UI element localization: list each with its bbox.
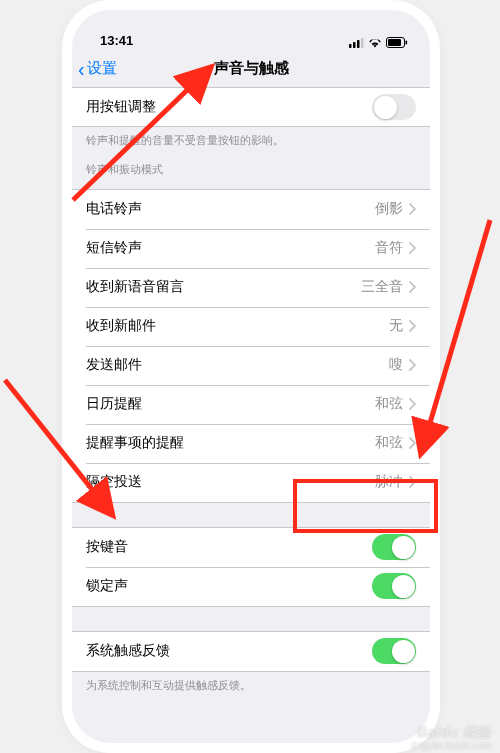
row-label: 提醒事项的提醒 [86, 434, 375, 452]
toggle-lock-sound[interactable] [372, 573, 416, 599]
row-sent-mail[interactable]: 发送邮件 嗖 [72, 346, 430, 385]
row-value: 脉冲 [375, 473, 403, 491]
toggle-adjust-with-buttons[interactable] [372, 94, 416, 120]
chevron-right-icon [409, 359, 416, 371]
row-label: 收到新邮件 [86, 317, 389, 335]
row-adjust-with-buttons[interactable]: 用按钮调整 [72, 88, 430, 127]
nav-bar: ‹ 设置 声音与触感 [72, 50, 430, 88]
watermark-brand: Baidu 经验 [411, 725, 492, 740]
row-lock-sound[interactable]: 锁定声 [72, 567, 430, 606]
group-sounds: 电话铃声 倒影 短信铃声 音符 收到新语音留言 三全音 收到新邮件 无 发送邮件 [72, 189, 430, 503]
row-keyboard-clicks[interactable]: 按键音 [72, 528, 430, 567]
svg-rect-6 [406, 41, 408, 45]
row-reminder[interactable]: 提醒事项的提醒 和弦 [72, 424, 430, 463]
status-indicators [349, 37, 408, 48]
chevron-right-icon [409, 476, 416, 488]
row-value: 和弦 [375, 395, 403, 413]
row-label: 隔空投送 [86, 473, 375, 491]
chevron-right-icon [409, 320, 416, 332]
row-value: 音符 [375, 239, 403, 257]
row-label: 日历提醒 [86, 395, 375, 413]
row-label: 系统触感反馈 [86, 642, 372, 660]
row-calendar[interactable]: 日历提醒 和弦 [72, 385, 430, 424]
row-value: 和弦 [375, 434, 403, 452]
watermark: Baidu 经验 jingyan.baidu.com [411, 725, 492, 751]
row-label: 电话铃声 [86, 200, 375, 218]
row-text-tone[interactable]: 短信铃声 音符 [72, 229, 430, 268]
svg-rect-1 [353, 42, 356, 48]
row-label: 短信铃声 [86, 239, 375, 257]
status-time: 13:41 [100, 33, 133, 48]
row-ringtone[interactable]: 电话铃声 倒影 [72, 190, 430, 229]
chevron-right-icon [409, 242, 416, 254]
toggle-system-haptics[interactable] [372, 638, 416, 664]
chevron-right-icon [409, 398, 416, 410]
chevron-right-icon [409, 281, 416, 293]
row-label: 锁定声 [86, 577, 372, 595]
row-voicemail[interactable]: 收到新语音留言 三全音 [72, 268, 430, 307]
back-label: 设置 [87, 59, 117, 78]
row-airdrop[interactable]: 隔空投送 脉冲 [72, 463, 430, 502]
group-haptics: 系统触感反馈 [72, 631, 430, 672]
wifi-icon [368, 38, 382, 48]
signal-icon [349, 38, 364, 48]
row-label: 用按钮调整 [86, 98, 372, 116]
page-title: 声音与触感 [214, 59, 289, 78]
back-button[interactable]: ‹ 设置 [78, 59, 117, 79]
footer-note-buttons: 铃声和提醒的音量不受音量按钮的影响。 [72, 127, 430, 160]
section-header-modes: 铃声和振动模式 [72, 160, 430, 189]
svg-rect-2 [357, 40, 360, 48]
phone-frame: 13:41 ‹ 设置 声音与触感 用按钮调整 铃声和提醒的音量不受音量按钮的影响… [72, 10, 430, 743]
battery-icon [386, 37, 408, 48]
row-value: 三全音 [361, 278, 403, 296]
settings-content: 用按钮调整 铃声和提醒的音量不受音量按钮的影响。 铃声和振动模式 电话铃声 倒影… [72, 88, 430, 705]
svg-rect-3 [361, 38, 364, 48]
svg-rect-0 [349, 44, 352, 48]
chevron-right-icon [409, 437, 416, 449]
row-value: 倒影 [375, 200, 403, 218]
chevron-left-icon: ‹ [78, 59, 85, 79]
row-system-haptics[interactable]: 系统触感反馈 [72, 632, 430, 671]
watermark-sub: jingyan.baidu.com [411, 740, 492, 751]
row-new-mail[interactable]: 收到新邮件 无 [72, 307, 430, 346]
svg-rect-5 [388, 39, 401, 46]
toggle-keyboard-clicks[interactable] [372, 534, 416, 560]
group-feedback-sounds: 按键音 锁定声 [72, 527, 430, 607]
footer-note-haptics: 为系统控制和互动提供触感反馈。 [72, 672, 430, 705]
row-label: 收到新语音留言 [86, 278, 361, 296]
row-value: 嗖 [389, 356, 403, 374]
row-label: 发送邮件 [86, 356, 389, 374]
row-value: 无 [389, 317, 403, 335]
chevron-right-icon [409, 203, 416, 215]
status-bar: 13:41 [72, 10, 430, 50]
row-label: 按键音 [86, 538, 372, 556]
